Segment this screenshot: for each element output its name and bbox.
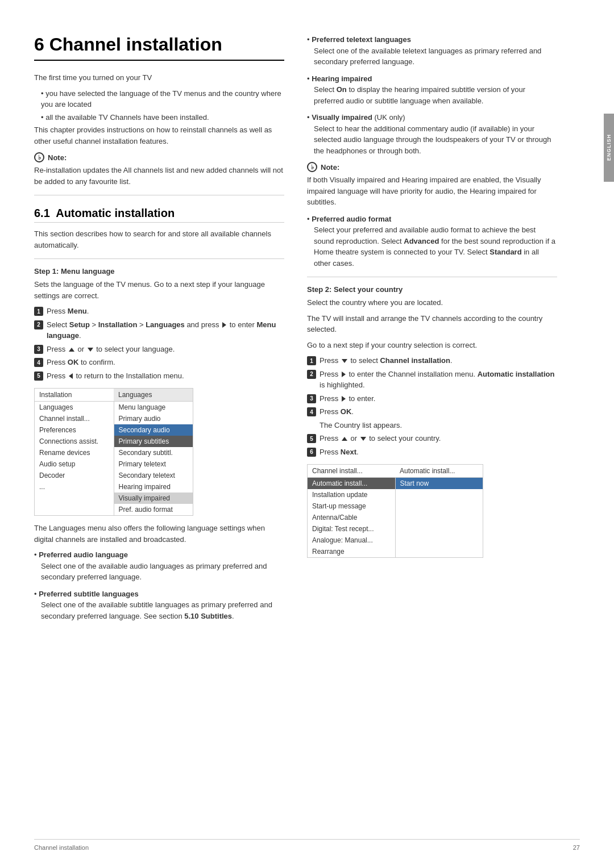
menu-table2-header: Channel install... Automatic install... bbox=[308, 465, 483, 478]
step2-num-1: 1 bbox=[307, 356, 316, 365]
menu-table1-row0-left: Languages bbox=[35, 402, 114, 413]
step2-num-6: 5 bbox=[307, 434, 316, 443]
menu-table2-row2-left: Start-up message bbox=[308, 500, 396, 512]
section-desc: This section describes how to search for… bbox=[34, 228, 284, 251]
menu-table1-row-1: Channel install... Primary audio bbox=[35, 413, 193, 424]
bullet-teletext-text: Select one of the available teletext lan… bbox=[307, 45, 557, 68]
menu-table1-row-2: Preferences Secondary audio bbox=[35, 424, 193, 436]
menu-table1-header: Installation Languages bbox=[35, 389, 193, 402]
step-num-4: 4 bbox=[34, 358, 43, 367]
intro-para1: The first time you turned on your TV bbox=[34, 72, 284, 84]
menu-table2-row0-right: Start now bbox=[396, 478, 483, 489]
bullet-audio-language: • Preferred audio language Select one of… bbox=[34, 549, 284, 583]
step2-desc1: Select the country where you are located… bbox=[307, 297, 557, 308]
menu-table1-col2-header: Languages bbox=[114, 389, 193, 402]
step2-desc3: Go to a next step if your country select… bbox=[307, 340, 557, 351]
bullet-teletext-languages: • Preferred teletext languages Select on… bbox=[307, 34, 557, 68]
menu-table2-row5-left: Analogue: Manual... bbox=[308, 535, 396, 546]
section-heading: 6.1 Automatic installation bbox=[34, 207, 284, 223]
step2-num-7: 6 bbox=[307, 448, 316, 457]
menu-table2-col2-header: Automatic install... bbox=[395, 465, 483, 477]
page: ENGLISH 6 Channel installation The first… bbox=[0, 0, 614, 868]
bullet-audio-format-text: Select your preferred and available audi… bbox=[307, 224, 557, 269]
menu-table1-row7-right: Hearing impaired bbox=[114, 481, 193, 493]
step-num-3: 3 bbox=[34, 345, 43, 354]
divider-1 bbox=[34, 195, 284, 195]
step2-item-5: 5 The Country list appears. bbox=[307, 420, 557, 431]
step2-item-3: 3 Press to enter. bbox=[307, 393, 557, 404]
step1-list: 1 Press Menu. 2 Select Setup > Installat… bbox=[34, 306, 284, 381]
step1-item-3: 3 Press or to select your language. bbox=[34, 344, 284, 355]
step2-item-1: 1 Press to select Channel installation. bbox=[307, 355, 557, 366]
menu-table2-row3-right bbox=[396, 512, 483, 523]
menu-table1-row6-left: Decoder bbox=[35, 470, 114, 481]
menu-table1-row2-right: Secondary audio bbox=[114, 424, 193, 436]
bullet-subtitle-languages-text: Select one of the available subtitle lan… bbox=[34, 599, 284, 621]
bullet-subtitle-languages: • Preferred subtitle languages Select on… bbox=[34, 589, 284, 622]
menu-table1-row-9: Pref. audio format bbox=[35, 504, 193, 515]
menu-table1-row0-right: Menu language bbox=[114, 402, 193, 413]
menu-table1-row2-left: Preferences bbox=[35, 424, 114, 436]
menu-table2-row-6: Rearrange bbox=[308, 546, 483, 557]
menu-table-1: Installation Languages Languages Menu la… bbox=[34, 388, 193, 516]
menu-table2-row6-right bbox=[396, 546, 483, 557]
menu-table1-row3-left: Connections assist. bbox=[35, 436, 114, 447]
menu-table1-row-0: Languages Menu language bbox=[35, 402, 193, 413]
bullet-audio-format: • Preferred audio format Select your pre… bbox=[307, 214, 557, 269]
divider-2 bbox=[34, 258, 284, 259]
step-num-2: 2 bbox=[34, 320, 43, 329]
step1-item-5: 5 Press to return to the Installation me… bbox=[34, 370, 284, 382]
menu-table1-col1-header: Installation bbox=[35, 389, 114, 402]
menu-table1-row-5: Audio setup Primary teletext bbox=[35, 458, 193, 470]
bullet-audio-language-text: Select one of the available audio langua… bbox=[34, 561, 284, 583]
step2-item-6: 5 Press or to select your country. bbox=[307, 433, 557, 444]
menu-table2-row3-left: Antenna/Cable bbox=[308, 512, 396, 523]
step2-num-4: 4 bbox=[307, 407, 316, 416]
note2-title: ♭ Note: bbox=[307, 162, 557, 172]
menu-table1-row-7: ... Hearing impaired bbox=[35, 481, 193, 493]
footer-left: Channel installation bbox=[34, 844, 89, 851]
menu-table2-row0-left: Automatic install... bbox=[308, 478, 396, 489]
menu-table2-row-2: Start-up message bbox=[308, 500, 483, 512]
step2-item-2: 2 Press to enter the Channel installatio… bbox=[307, 369, 557, 391]
menu-table1-row1-right: Primary audio bbox=[114, 413, 193, 424]
step2-num-3: 3 bbox=[307, 394, 316, 403]
menu-table2-col1-header: Channel install... bbox=[308, 465, 395, 477]
menu-table1-row1-left: Channel install... bbox=[35, 413, 114, 424]
side-tab-text: ENGLISH bbox=[606, 134, 612, 161]
menu-table2-row1-right bbox=[396, 489, 483, 500]
menu-table2-row-5: Analogue: Manual... bbox=[308, 535, 483, 546]
menu-table1-row9-right: Pref. audio format bbox=[114, 504, 193, 515]
chapter-number: 6 bbox=[34, 34, 44, 55]
left-column: 6 Channel installation The first time yo… bbox=[34, 34, 284, 845]
note1-text: Re-installation updates the All channels… bbox=[34, 165, 284, 187]
side-tab: ENGLISH bbox=[604, 114, 614, 182]
step1-desc: Sets the language of the TV menus. Go to… bbox=[34, 279, 284, 301]
step-num-1: 1 bbox=[34, 307, 43, 316]
note1-title: ♭ Note: bbox=[34, 152, 284, 162]
menu-table1-row-6: Decoder Secondary teletext bbox=[35, 470, 193, 481]
step1-item-1: 1 Press Menu. bbox=[34, 306, 284, 317]
note2-text: If both Visually impaired and Hearing im… bbox=[307, 174, 557, 208]
menu-table1-row8-left bbox=[35, 493, 114, 504]
menu-table1-row8-right: Visually impaired bbox=[114, 493, 193, 504]
menu-table2-row4-left: Digital: Test recept... bbox=[308, 523, 396, 535]
divider-3 bbox=[307, 277, 557, 277]
menu-table2-row-0: Automatic install... Start now bbox=[308, 478, 483, 489]
menu-table1-row9-left bbox=[35, 504, 114, 515]
menu-table2-row-1: Installation update bbox=[308, 489, 483, 500]
note-icon-1: ♭ bbox=[34, 152, 44, 162]
menu-table1-row-3: Connections assist. Primary subtitles bbox=[35, 436, 193, 447]
step2-heading: Step 2: Select your country bbox=[307, 285, 557, 294]
menu-table2-row5-right bbox=[396, 535, 483, 546]
step-num-5: 5 bbox=[34, 372, 43, 381]
intro-para2: This chapter provides instructions on ho… bbox=[34, 124, 284, 147]
step2-item-7: 6 Press Next. bbox=[307, 446, 557, 458]
step1-heading: Step 1: Menu language bbox=[34, 267, 284, 276]
menu-table1-row-4: Rename devices Secondary subtitl. bbox=[35, 447, 193, 458]
bullet-visually-impaired: • Visually impaired (UK only) Select to … bbox=[307, 112, 557, 156]
menu-table1-row4-left: Rename devices bbox=[35, 447, 114, 458]
menu-table1-row3-right: Primary subtitles bbox=[114, 436, 193, 447]
note-icon-2: ♭ bbox=[307, 162, 317, 172]
chapter-heading: 6 Channel installation bbox=[34, 34, 284, 61]
